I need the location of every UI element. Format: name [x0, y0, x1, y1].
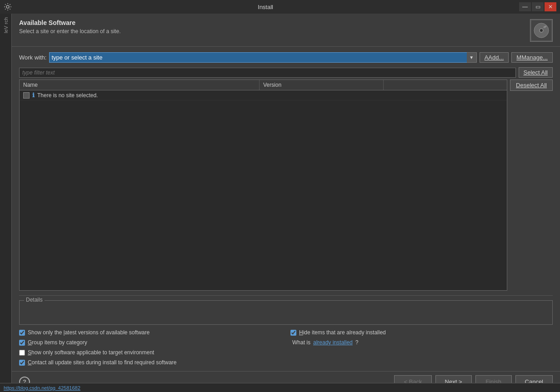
deselect-all-label: eselect All [520, 82, 547, 89]
deselect-all-button[interactable]: Deselect All [510, 79, 553, 91]
dialog-content: Work with: ▼ AAdd... MManage... Select A… [12, 47, 560, 371]
table-area: Name Version ℹ There is no site selected… [19, 79, 553, 291]
show-latest-label: Show only the latest versions of availab… [28, 329, 150, 336]
info-icon: ℹ [32, 92, 35, 99]
row-checkbox[interactable] [23, 92, 30, 99]
checkboxes-left: Show only the latest versions of availab… [19, 329, 281, 366]
hide-installed-checkbox[interactable] [290, 330, 296, 336]
table-body: ℹ There is no site selected. [20, 90, 507, 290]
work-with-input[interactable] [49, 52, 476, 63]
show-applicable-label: Show only software applicable to target … [28, 349, 154, 356]
header-text: Available Software Select a site or ente… [19, 19, 525, 35]
checkboxes-right: Hide items that are already installed Wh… [290, 329, 553, 366]
details-content [24, 303, 548, 322]
filter-row: Select All [19, 67, 553, 78]
select-all-underline: S [524, 69, 528, 76]
work-with-row: Work with: ▼ AAdd... MManage... [19, 52, 553, 63]
show-latest-checkbox[interactable] [19, 330, 25, 336]
separator-1 [19, 295, 553, 296]
row-name: There is no site selected. [37, 92, 270, 99]
dialog-header: Available Software Select a site or ente… [12, 14, 560, 47]
cd-icon [531, 20, 551, 40]
contact-update-checkbox[interactable] [19, 360, 25, 366]
checkboxes-section: Show only the latest versions of availab… [19, 329, 553, 366]
software-table: Name Version ℹ There is no site selected… [19, 79, 507, 291]
group-by-category-label: Group items by category [28, 339, 87, 346]
question-mark: ? [355, 339, 359, 346]
group-by-category-checkbox-row[interactable]: Group items by category [19, 339, 281, 346]
window-title: Install [12, 4, 519, 10]
contact-update-checkbox-row[interactable]: Contact all update sites during install … [19, 359, 281, 366]
select-all-button[interactable]: Select All [519, 67, 553, 78]
gear-icon [4, 3, 12, 11]
show-applicable-checkbox[interactable] [19, 350, 25, 356]
sidebar-text-1: rch [3, 17, 9, 24]
svg-point-0 [6, 5, 9, 8]
hide-installed-label: Hide items that are already installed [299, 329, 386, 336]
close-button[interactable]: ✕ [545, 2, 556, 11]
filter-input[interactable] [19, 68, 516, 78]
dialog-title: Available Software [19, 19, 525, 26]
window-controls: — ▭ ✕ [519, 2, 556, 11]
what-is-label: What is [292, 339, 310, 346]
table-header-version: Version [260, 80, 384, 90]
status-bar-link[interactable]: https://blog.csdn.net/qq_42581682 [4, 385, 80, 391]
contact-update-label: Contact all update sites during install … [28, 359, 177, 366]
dialog-icon [530, 19, 553, 42]
side-buttons: Deselect All [510, 79, 553, 291]
svg-point-3 [540, 29, 543, 32]
table-row: ℹ There is no site selected. [20, 90, 507, 100]
hide-installed-checkbox-row[interactable]: Hide items that are already installed [290, 329, 553, 336]
show-applicable-checkbox-row[interactable]: Show only software applicable to target … [19, 349, 281, 356]
add-button-label: Add... [488, 54, 504, 61]
group-by-category-checkbox[interactable] [19, 340, 25, 346]
already-installed-row: What is already installed ? [290, 339, 553, 346]
dialog-subtitle: Select a site or enter the location of a… [19, 28, 525, 35]
select-all-label: elect All [527, 69, 548, 76]
left-sidebar: rch leV [0, 14, 12, 392]
sidebar-text-2: leV [3, 26, 9, 33]
restore-button[interactable]: ▭ [532, 2, 544, 11]
minimize-button[interactable]: — [519, 2, 531, 11]
details-legend: Details [24, 297, 45, 303]
details-group: Details [19, 300, 553, 325]
add-button[interactable]: AAdd... [480, 52, 509, 63]
show-latest-underline: l [64, 329, 65, 336]
title-bar: Install — ▭ ✕ [0, 0, 560, 14]
work-with-label: Work with: [19, 54, 46, 61]
table-header-extra [384, 80, 507, 90]
work-with-dropdown-button[interactable]: ▼ [467, 52, 477, 63]
show-latest-checkbox-row[interactable]: Show only the latest versions of availab… [19, 329, 281, 336]
main-dialog: Available Software Select a site or ente… [12, 14, 560, 392]
manage-button[interactable]: MManage... [511, 52, 553, 63]
manage-button-label: Manage... [521, 54, 548, 61]
table-header-name: Name [20, 80, 260, 90]
work-with-input-wrap: ▼ [49, 52, 476, 63]
status-bar: https://blog.csdn.net/qq_42581682 [0, 383, 560, 392]
already-installed-link[interactable]: already installed [313, 339, 353, 346]
table-header: Name Version [20, 80, 507, 90]
